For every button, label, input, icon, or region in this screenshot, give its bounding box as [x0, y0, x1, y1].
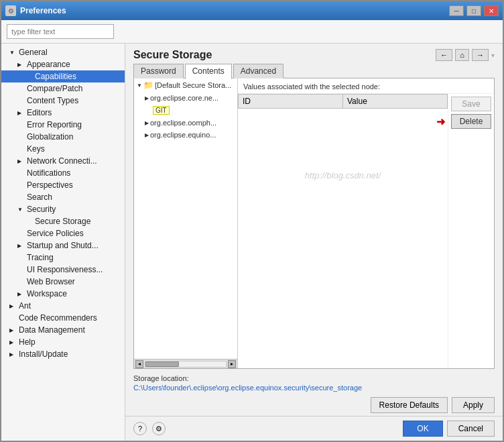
sidebar-item-code-recommenders[interactable]: Code Recommenders: [1, 312, 125, 324]
ok-cancel-buttons: OK Cancel: [403, 421, 495, 437]
scroll-right[interactable]: ▸: [228, 360, 236, 368]
tree-section: ▼ 📁 [Default Secure Stora... ▶ org.eclip…: [134, 78, 238, 368]
sidebar-item-compare-patch[interactable]: Compare/Patch: [1, 82, 125, 95]
expand-triangle: ▼: [137, 82, 142, 89]
tab-password[interactable]: Password: [133, 64, 184, 78]
tree-node-default-store[interactable]: ▼ 📁 [Default Secure Stora...: [134, 78, 237, 92]
sidebar-item-globalization[interactable]: Globalization: [1, 131, 125, 143]
scroll-left[interactable]: ◂: [135, 360, 143, 368]
sidebar: ▼ General ▶ Appearance Capabilities Comp…: [1, 44, 125, 441]
tree-node-eclipse-core[interactable]: ▶ org.eclipse.core.ne...: [134, 92, 237, 104]
sidebar-item-label: Security: [27, 205, 56, 214]
restore-defaults-button[interactable]: Restore Defaults: [371, 397, 448, 413]
search-input[interactable]: [7, 24, 114, 39]
page-title: Secure Storage: [133, 49, 212, 61]
sidebar-item-label: Startup and Shutd...: [27, 241, 99, 250]
help-question-icon[interactable]: ?: [133, 422, 147, 435]
sidebar-item-workspace[interactable]: ▶ Workspace: [1, 288, 125, 300]
maximize-button[interactable]: □: [466, 5, 481, 16]
sidebar-item-label: Code Recommenders: [19, 313, 97, 323]
expand-triangle: ▶: [145, 132, 149, 138]
apply-button[interactable]: Apply: [452, 397, 495, 413]
storage-location-path: C:\Users\founder\.eclipse\org.eclipse.eq…: [133, 384, 495, 392]
tree-node-eclipse-oomph[interactable]: ▶ org.eclipse.oomph...: [134, 117, 237, 129]
preferences-window: ⚙ Preferences ─ □ ✕ ▼ General ▶ Appearan…: [0, 0, 504, 442]
col-value: Value: [343, 95, 448, 109]
sidebar-item-ant[interactable]: ▶ Ant: [1, 300, 125, 312]
sidebar-item-network-connections[interactable]: ▶ Network Connecti...: [1, 155, 125, 167]
sidebar-item-label: UI Responsiveness...: [27, 265, 103, 274]
sidebar-item-web-browser[interactable]: Web Browser: [1, 276, 125, 288]
cancel-button[interactable]: Cancel: [447, 421, 495, 437]
sidebar-item-content-types[interactable]: Content Types: [1, 95, 125, 107]
sidebar-item-startup-shutdown[interactable]: ▶ Startup and Shutd...: [1, 239, 125, 252]
content-area: Secure Storage ← ⌂ → ▾ Password Contents…: [125, 44, 503, 441]
help-settings-icon[interactable]: ⚙: [152, 422, 166, 435]
sidebar-item-label: Web Browser: [27, 277, 75, 286]
sidebar-item-label: Search: [27, 192, 52, 202]
id-value-table: ID Value http://blog.csdn.net/: [238, 94, 448, 243]
sidebar-item-label: Ant: [19, 301, 31, 311]
tree-scrollbar[interactable]: ◂ ▸: [134, 359, 237, 368]
delete-container: Delete ➜: [451, 114, 491, 129]
sidebar-item-install-update[interactable]: ▶ Install/Update: [1, 348, 125, 360]
tree-node-git[interactable]: GIT: [134, 104, 237, 117]
sidebar-item-label: Secure Storage: [35, 217, 90, 226]
sidebar-item-label: Data Management: [19, 325, 85, 335]
tab-advanced[interactable]: Advanced: [233, 64, 284, 78]
sidebar-item-help[interactable]: ▶ Help: [1, 336, 125, 348]
window-icon: ⚙: [5, 5, 16, 16]
sidebar-item-label: Notifications: [27, 168, 70, 178]
minimize-button[interactable]: ─: [449, 5, 464, 16]
home-button[interactable]: ⌂: [455, 49, 469, 61]
sidebar-item-label: Workspace: [27, 289, 67, 298]
title-bar: ⚙ Preferences ─ □ ✕: [1, 1, 503, 20]
forward-button[interactable]: →: [472, 49, 489, 61]
table-scroll[interactable]: ID Value http://blog.csdn.net/: [238, 94, 448, 368]
sidebar-item-secure-storage[interactable]: Secure Storage: [1, 215, 125, 227]
sidebar-item-error-reporting[interactable]: Error Reporting: [1, 119, 125, 131]
sidebar-item-label: Service Policies: [27, 229, 84, 238]
tab-frame: ▼ 📁 [Default Secure Stora... ▶ org.eclip…: [133, 78, 495, 369]
folder-icon: 📁: [143, 80, 153, 90]
expand-icon: ▶: [9, 327, 16, 333]
sidebar-item-label: Perspectives: [27, 180, 73, 190]
save-button[interactable]: Save: [451, 97, 491, 111]
sidebar-item-label: Content Types: [27, 96, 78, 105]
tab-contents[interactable]: Contents: [185, 64, 232, 79]
expand-triangle: ▶: [145, 120, 149, 126]
sidebar-item-notifications[interactable]: Notifications: [1, 167, 125, 179]
side-buttons: Save Delete ➜: [448, 94, 494, 368]
window-title: Preferences: [20, 6, 445, 15]
back-button[interactable]: ←: [436, 49, 452, 61]
tree-node-eclipse-equinox[interactable]: ▶ org.eclipse.equino...: [134, 129, 237, 141]
main-area: ▼ General ▶ Appearance Capabilities Comp…: [1, 44, 503, 441]
sidebar-item-tracing[interactable]: Tracing: [1, 252, 125, 264]
tree-scroll[interactable]: ▼ 📁 [Default Secure Stora... ▶ org.eclip…: [134, 78, 237, 359]
sidebar-item-search[interactable]: Search: [1, 191, 125, 203]
tree-node-label: org.eclipse.core.ne...: [150, 94, 218, 102]
sidebar-item-perspectives[interactable]: Perspectives: [1, 179, 125, 191]
expand-icon: ▶: [17, 62, 24, 68]
delete-button[interactable]: Delete: [451, 114, 491, 129]
values-header: Values associated with the selected node…: [238, 78, 494, 94]
sidebar-item-label: Editors: [27, 108, 52, 117]
sidebar-item-editors[interactable]: ▶ Editors: [1, 107, 125, 119]
sidebar-item-capabilities[interactable]: Capabilities: [1, 70, 125, 82]
search-bar: [1, 20, 503, 44]
sidebar-item-ui-responsiveness[interactable]: UI Responsiveness...: [1, 264, 125, 276]
expand-triangle: ▶: [145, 95, 149, 101]
storage-location-label: Storage location:: [133, 374, 495, 382]
sidebar-item-security[interactable]: ▼ Security: [1, 203, 125, 215]
inner-content: ▼ 📁 [Default Secure Stora... ▶ org.eclip…: [134, 78, 494, 368]
sidebar-item-service-policies[interactable]: Service Policies: [1, 227, 125, 239]
ok-button[interactable]: OK: [403, 421, 442, 437]
close-button[interactable]: ✕: [484, 5, 499, 16]
sidebar-item-general[interactable]: ▼ General: [1, 46, 125, 58]
expand-icon: ▼: [9, 50, 16, 56]
sidebar-item-data-management[interactable]: ▶ Data Management: [1, 324, 125, 336]
sidebar-item-appearance[interactable]: ▶ Appearance: [1, 58, 125, 70]
sidebar-item-label: Install/Update: [19, 349, 68, 359]
sidebar-item-keys[interactable]: Keys: [1, 143, 125, 155]
expand-icon: ▶: [17, 110, 24, 116]
